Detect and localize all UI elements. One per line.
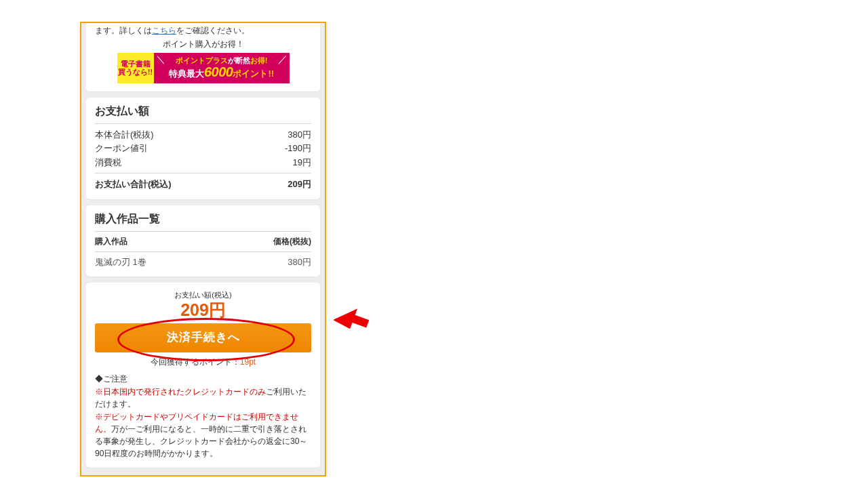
notice-red: ※日本国内で発行されたクレジットカードのみ [95, 387, 266, 396]
label: お支払い合計(税込) [95, 178, 172, 191]
row-coupon: クーポン値引 -190円 [95, 142, 311, 155]
text: 万が一ご利用になると、一時的に二重で引き落とされる事象が発生し、クレジットカード… [95, 424, 307, 458]
earn-points: 今回獲得するポイント：19pt [95, 357, 311, 368]
text: 買うなら!! [118, 68, 153, 77]
value: 19円 [293, 156, 311, 169]
label: クーポン値引 [95, 142, 148, 155]
text: をご確認ください。 [176, 26, 250, 35]
decoration: ／ [278, 54, 288, 64]
item-price: 380円 [288, 256, 311, 268]
col-price: 価格(税抜) [273, 236, 311, 247]
earn-value: 19pt [240, 357, 256, 367]
checkout-button[interactable]: 決済手続きへ [95, 323, 311, 352]
text: が断然 [228, 56, 250, 64]
promo-banner[interactable]: 電子書籍 買うなら!! ＼ ／ ポイントプラスが断然お得! 特典最大6000ポイ… [117, 53, 290, 83]
items-header: 購入作品 価格(税抜) [95, 236, 311, 252]
top-info-card: ます。詳しくはこちらをご確認ください。 ポイント購入がお得！ 電子書籍 買うなら… [86, 23, 320, 92]
earn-prefix: 今回獲得するポイント： [151, 357, 240, 367]
checkout-card: お支払い額(税込) 209円 決済手続きへ 今回獲得するポイント：19pt ◆ご… [86, 283, 320, 468]
promo-banner-right: ＼ ／ ポイントプラスが断然お得! 特典最大6000ポイント!! [154, 53, 290, 83]
promo-caption: ポイント購入がお得！ [95, 39, 311, 50]
col-name: 購入作品 [95, 236, 127, 247]
screenshot-frame: ます。詳しくはこちらをご確認ください。 ポイント購入がお得！ 電子書籍 買うなら… [80, 22, 326, 476]
svg-marker-0 [334, 302, 372, 334]
notice-line1: ※日本国内で発行されたクレジットカードのみご利用いただけます。 [95, 386, 311, 410]
items-card: 購入作品一覧 購入作品 価格(税抜) 鬼滅の刃 1巻 380円 [86, 205, 320, 277]
text: 6000 [204, 64, 233, 79]
row-tax: 消費税 19円 [95, 156, 311, 169]
decoration: ＼ [156, 54, 165, 64]
text: ます。詳しくは [95, 26, 152, 35]
value: 380円 [288, 128, 311, 142]
text: 特典最大 [169, 68, 204, 79]
notice-line2: ※デビットカードやプリペイドカードはご利用できません。万が一ご利用になると、一時… [95, 411, 311, 460]
label: 本体合計(税抜) [95, 128, 154, 142]
text: ポイント!! [233, 68, 274, 79]
payment-card: お支払い額 本体合計(税抜) 380円 クーポン値引 -190円 消費税 19円… [86, 98, 320, 199]
more-link[interactable]: こちら [152, 26, 176, 35]
text: お得! [250, 56, 268, 64]
pay-small-label: お支払い額(税込) [95, 290, 311, 300]
promo-banner-left: 電子書籍 買うなら!! [117, 53, 154, 83]
row-subtotal: 本体合計(税抜) 380円 [95, 128, 311, 142]
items-title: 購入作品一覧 [95, 212, 311, 232]
back-to-cart[interactable]: ‹ カートに戻る [81, 472, 325, 476]
value: -190円 [285, 142, 311, 155]
pay-amount: 209円 [95, 301, 311, 319]
notice-head: ◆ご注意 [95, 373, 311, 385]
payment-title: お支払い額 [95, 104, 311, 124]
value: 209円 [288, 178, 311, 191]
promo-area: ポイント購入がお得！ 電子書籍 買うなら!! ＼ ／ ポイントプラスが断然お得!… [95, 39, 311, 83]
label: 消費税 [95, 156, 121, 169]
item-row: 鬼滅の刃 1巻 380円 [95, 256, 311, 268]
row-total: お支払い合計(税込) 209円 [95, 173, 311, 191]
item-name: 鬼滅の刃 1巻 [95, 256, 146, 268]
text: ポイントプラス [176, 56, 228, 64]
pointer-arrow-icon [334, 298, 373, 338]
